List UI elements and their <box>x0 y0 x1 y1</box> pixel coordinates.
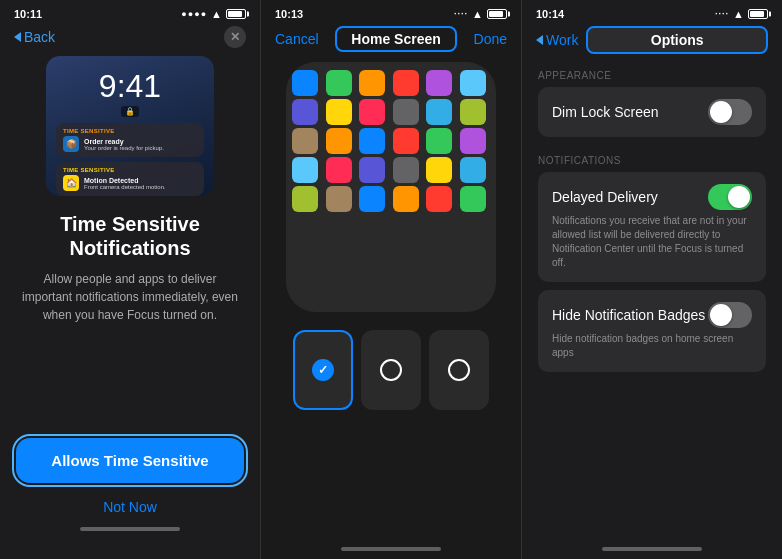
hide-badges-header: Hide Notification Badges <box>552 302 752 328</box>
battery-icon <box>226 9 246 19</box>
app-icon <box>292 157 318 183</box>
p1-bottom: Allows Time Sensitive Not Now <box>0 438 260 559</box>
app-icon <box>460 186 486 212</box>
hide-badges-label: Hide Notification Badges <box>552 307 705 323</box>
panel-options: 10:14 ···· ▲ Work Options APPEARANCE Dim… <box>522 0 782 559</box>
app-icon <box>460 128 486 154</box>
status-icons-2: ···· ▲ <box>454 8 507 20</box>
app-icon <box>326 128 352 154</box>
status-bar-3: 10:14 ···· ▲ <box>522 0 782 24</box>
checkmark-icon: ✓ <box>318 363 328 377</box>
dim-lock-screen-toggle[interactable] <box>708 99 752 125</box>
allows-time-sensitive-button[interactable]: Allows Time Sensitive <box>16 438 244 483</box>
view-options-strip: ✓ <box>261 322 521 418</box>
signal-icon-3: ···· <box>715 9 729 19</box>
app-icon <box>393 128 419 154</box>
delayed-delivery-toggle[interactable] <box>708 184 752 210</box>
lock-badge: 🔒 <box>121 106 139 117</box>
panel-time-sensitive: 10:11 ●●●● ▲ Back ✕ 9:41 🔒 TIME SENSITIV… <box>0 0 261 559</box>
not-now-button[interactable]: Not Now <box>16 491 244 523</box>
delayed-delivery-row: Delayed Delivery Notifications you recei… <box>538 172 766 282</box>
p1-heading: Time Sensitive Notifications <box>20 212 240 260</box>
lock-screen-preview: 9:41 🔒 TIME SENSITIVE 📦 Order ready Your… <box>46 56 214 196</box>
notif-label-1: TIME SENSITIVE <box>63 128 197 134</box>
wifi-icon-3: ▲ <box>733 8 744 20</box>
app-icon <box>292 128 318 154</box>
p1-body: Allow people and apps to deliver importa… <box>20 270 240 324</box>
hide-badges-desc: Hide notification badges on home screen … <box>552 332 752 360</box>
app-icon <box>460 157 486 183</box>
app-icon <box>426 157 452 183</box>
app-icon <box>359 186 385 212</box>
app-icon <box>359 128 385 154</box>
notif-icon-2: 🏠 <box>63 175 79 191</box>
notif-row-1: 📦 Order ready Your order is ready for pi… <box>63 136 197 152</box>
app-icon <box>426 70 452 96</box>
thumb-option-1[interactable]: ✓ <box>293 330 353 410</box>
home-indicator-1 <box>80 527 180 531</box>
p3-navigation: Work Options <box>522 24 782 60</box>
options-title: Options <box>586 26 768 54</box>
signal-icon-2: ···· <box>454 9 468 19</box>
battery-icon-2 <box>487 9 507 19</box>
app-icon <box>359 157 385 183</box>
app-icon <box>426 99 452 125</box>
done-button[interactable]: Done <box>474 31 507 47</box>
home-screen-title: Home Screen <box>335 26 456 52</box>
appearance-label: APPEARANCE <box>538 70 766 81</box>
wifi-icon: ▲ <box>211 8 222 20</box>
homescreen-preview <box>286 62 496 312</box>
notif-title-2: Motion Detected <box>84 177 166 184</box>
app-icon <box>393 186 419 212</box>
thumb-option-2[interactable] <box>361 330 421 410</box>
check-2 <box>380 359 402 381</box>
chevron-left-icon-3 <box>536 35 543 45</box>
lock-time: 9:41 <box>56 70 204 102</box>
notif-body-1: Your order is ready for pickup. <box>84 145 164 151</box>
app-icon <box>393 157 419 183</box>
appearance-section: APPEARANCE Dim Lock Screen <box>522 60 782 145</box>
p1-content: Time Sensitive Notifications Allow peopl… <box>0 212 260 438</box>
notif-row-2: 🏠 Motion Detected Front camera detected … <box>63 175 197 191</box>
status-icons-1: ●●●● ▲ <box>181 8 246 20</box>
time-display-3: 10:14 <box>536 8 564 20</box>
app-icon <box>426 186 452 212</box>
close-button[interactable]: ✕ <box>224 26 246 48</box>
delayed-delivery-desc: Notifications you receive that are not i… <box>552 214 752 270</box>
dim-lock-screen-text: Dim Lock Screen <box>552 104 659 120</box>
cancel-button[interactable]: Cancel <box>275 31 319 47</box>
home-indicator-2 <box>341 547 441 551</box>
app-icon <box>326 186 352 212</box>
back-label: Back <box>24 29 55 45</box>
p1-navigation: Back ✕ <box>0 24 260 56</box>
toggle-thumb-off <box>710 304 732 326</box>
signal-icon: ●●●● <box>181 9 207 19</box>
panel-home-screen: 10:13 ···· ▲ Cancel Home Screen Done <box>261 0 522 559</box>
notif-icon-1: 📦 <box>63 136 79 152</box>
check-1: ✓ <box>312 359 334 381</box>
notif-item-2: TIME SENSITIVE 🏠 Motion Detected Front c… <box>56 162 204 196</box>
app-icon <box>359 99 385 125</box>
notif-title-1: Order ready <box>84 138 164 145</box>
app-icon <box>393 99 419 125</box>
app-icon <box>326 99 352 125</box>
notifications-label: NOTIFICATIONS <box>538 155 766 166</box>
work-back-button[interactable]: Work <box>536 32 578 48</box>
hide-badges-toggle[interactable] <box>708 302 752 328</box>
work-back-label: Work <box>546 32 578 48</box>
app-icon <box>359 70 385 96</box>
app-icon <box>393 70 419 96</box>
thumb-option-3[interactable] <box>429 330 489 410</box>
p2-navigation: Cancel Home Screen Done <box>261 24 521 62</box>
wifi-icon-2: ▲ <box>472 8 483 20</box>
app-icon <box>326 70 352 96</box>
status-bar-1: 10:11 ●●●● ▲ <box>0 0 260 24</box>
hide-badges-row: Hide Notification Badges Hide notificati… <box>538 290 766 372</box>
time-display-1: 10:11 <box>14 8 42 20</box>
back-button[interactable]: Back <box>14 29 55 45</box>
app-icon <box>460 70 486 96</box>
status-icons-3: ···· ▲ <box>715 8 768 20</box>
app-icon <box>326 157 352 183</box>
home-indicator-3 <box>602 547 702 551</box>
notif-label-2: TIME SENSITIVE <box>63 167 197 173</box>
